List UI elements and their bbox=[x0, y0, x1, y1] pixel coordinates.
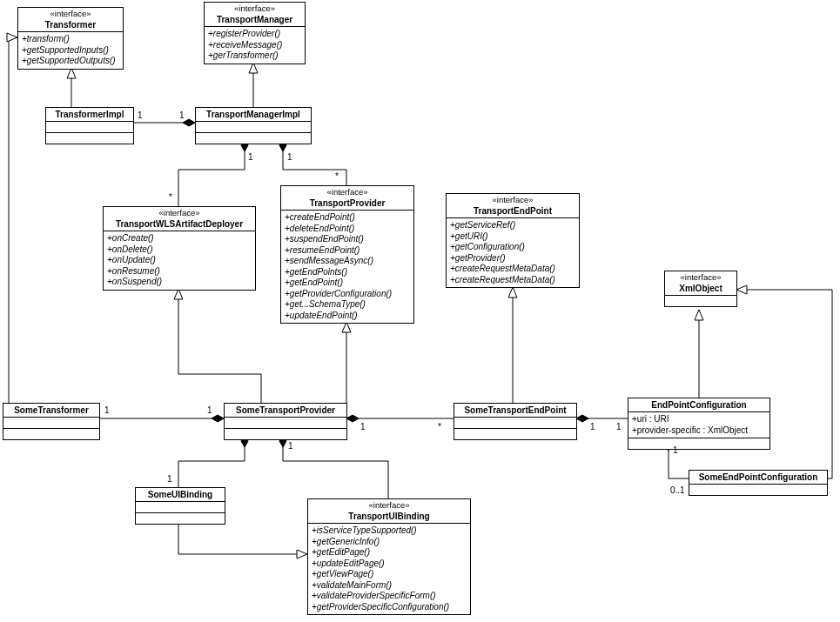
class-name: TransportWLSArtifactDeployer bbox=[104, 217, 255, 231]
op: +getGenericInfo() bbox=[312, 537, 467, 548]
ops: +isServiceTypeSupported() +getGenericInf… bbox=[308, 524, 470, 614]
op: +gerTransformer() bbox=[208, 50, 301, 62]
op: +createEndPoint() bbox=[285, 212, 410, 224]
class-transportendpoint: «interface» TransportEndPoint +getServic… bbox=[446, 193, 580, 288]
mult: 1 bbox=[248, 152, 253, 162]
class-transportmanagerimpl: TransportManagerImpl bbox=[195, 107, 312, 144]
op: +get...SchemaType() bbox=[285, 299, 410, 311]
op: +getEndPoints() bbox=[285, 267, 410, 278]
mult: * bbox=[438, 422, 441, 431]
class-sometransformer: SomeTransformer bbox=[3, 403, 100, 440]
mult: 1 bbox=[360, 422, 366, 431]
op: +registerProvider() bbox=[208, 29, 301, 40]
ops: +getServiceRef() +getURI() +getConfigura… bbox=[447, 218, 579, 287]
attrs: +uri : URI +provider-specific : XmlObjec… bbox=[628, 412, 769, 438]
mult: 1 bbox=[179, 110, 185, 120]
ops: +registerProvider() +receiveMessage() +g… bbox=[205, 27, 305, 64]
op: +validateProviderSpecificForm() bbox=[312, 591, 467, 602]
mult: 1 bbox=[287, 152, 292, 162]
ops bbox=[196, 133, 311, 144]
op: +createRequestMetaData() bbox=[450, 264, 575, 275]
stereotype: «interface» bbox=[447, 194, 579, 204]
mult: 1 bbox=[673, 445, 678, 455]
op: +sendMessageAsync() bbox=[285, 256, 410, 267]
op: +onSuspend() bbox=[107, 277, 252, 288]
class-transportuibinding: «interface» TransportUIBinding +isServic… bbox=[307, 498, 471, 615]
attrs bbox=[454, 418, 576, 429]
class-name: SomeEndPointConfiguration bbox=[689, 471, 827, 485]
class-transportmanager: «interface» TransportManager +registerPr… bbox=[204, 2, 306, 64]
class-endpointconfiguration: EndPointConfiguration +uri : URI +provid… bbox=[628, 398, 770, 450]
class-name: SomeTransportProvider bbox=[225, 404, 346, 418]
mult: 1 bbox=[590, 422, 595, 431]
op: +getViewPage() bbox=[312, 569, 467, 580]
mult: * bbox=[335, 171, 339, 181]
mult: 1 bbox=[104, 405, 110, 415]
op: +receiveMessage() bbox=[208, 40, 301, 51]
op: +getProviderSpecificConfiguration() bbox=[312, 602, 467, 613]
class-sometransportprovider: SomeTransportProvider bbox=[224, 403, 347, 440]
op: +onResume() bbox=[107, 266, 252, 278]
op: +getURI() bbox=[450, 231, 575, 243]
class-twad: «interface» TransportWLSArtifactDeployer… bbox=[103, 206, 256, 291]
mult: 1 bbox=[288, 441, 293, 451]
mult: 1 bbox=[616, 422, 622, 431]
class-transformer: «interface» Transformer +transform() +ge… bbox=[17, 7, 124, 70]
mult: 1 bbox=[167, 474, 172, 484]
class-name: TransportManagerImpl bbox=[196, 108, 311, 122]
op: +updateEditPage() bbox=[312, 558, 467, 570]
class-name: SomeTransformer bbox=[3, 404, 99, 418]
class-name: TransportUIBinding bbox=[308, 510, 470, 524]
class-someendpointconfiguration: SomeEndPointConfiguration bbox=[689, 470, 828, 496]
op: +suspendEndPoint() bbox=[285, 234, 410, 245]
attrs bbox=[196, 122, 311, 133]
mult: 1 bbox=[207, 405, 212, 415]
class-name: XmlObject bbox=[665, 282, 736, 296]
op: +isServiceTypeSupported() bbox=[312, 525, 467, 537]
stereotype: «interface» bbox=[308, 499, 470, 510]
ops bbox=[225, 429, 346, 439]
class-transformerimpl: TransformerImpl bbox=[45, 107, 134, 144]
op: +onDelete() bbox=[107, 244, 252, 256]
class-someuibinding: SomeUIBinding bbox=[135, 487, 225, 525]
mult: 0..1 bbox=[670, 485, 685, 495]
attr: +provider-specific : XmlObject bbox=[632, 425, 766, 437]
class-xmlobject: «interface» XmlObject bbox=[664, 271, 737, 307]
attr: +uri : URI bbox=[632, 414, 766, 425]
attrs bbox=[225, 418, 346, 429]
stereotype: «interface» bbox=[205, 3, 305, 13]
op: +getProviderConfiguration() bbox=[285, 289, 410, 300]
op: +resumeEndPoint() bbox=[285, 245, 410, 257]
mult: * bbox=[169, 192, 172, 202]
op: +transform() bbox=[22, 34, 119, 45]
stereotype: «interface» bbox=[104, 207, 255, 217]
ops bbox=[665, 296, 736, 306]
ops bbox=[454, 429, 576, 439]
op: +getEditPage() bbox=[312, 547, 467, 558]
attrs bbox=[136, 502, 225, 513]
ops bbox=[136, 513, 225, 524]
class-transportprovider: «interface» TransportProvider +createEnd… bbox=[280, 185, 414, 324]
stereotype: «interface» bbox=[281, 186, 413, 197]
stereotype: «interface» bbox=[665, 271, 736, 282]
op: +onCreate() bbox=[107, 233, 252, 244]
stereotype: «interface» bbox=[18, 8, 123, 18]
op: +getSupportedInputs() bbox=[22, 45, 119, 57]
class-name: EndPointConfiguration bbox=[628, 398, 769, 412]
op: +getSupportedOutputs() bbox=[22, 56, 119, 67]
class-name: SomeUIBinding bbox=[136, 488, 225, 502]
op: +updateEndPoint() bbox=[285, 311, 410, 322]
op: +getEndPoint() bbox=[285, 278, 410, 289]
class-name: TransportProvider bbox=[281, 197, 413, 211]
class-name: TransportEndPoint bbox=[447, 204, 579, 218]
mult: 1 bbox=[138, 110, 143, 120]
attrs bbox=[689, 485, 827, 495]
op: +getProvider() bbox=[450, 253, 575, 264]
class-name: TransportManager bbox=[205, 13, 305, 27]
ops: +onCreate() +onDelete() +onUpdate() +onR… bbox=[104, 231, 255, 290]
attrs bbox=[3, 418, 99, 429]
ops bbox=[628, 438, 769, 449]
op: +onUpdate() bbox=[107, 255, 252, 266]
ops bbox=[46, 133, 133, 144]
op: +deleteEndPoint() bbox=[285, 224, 410, 235]
